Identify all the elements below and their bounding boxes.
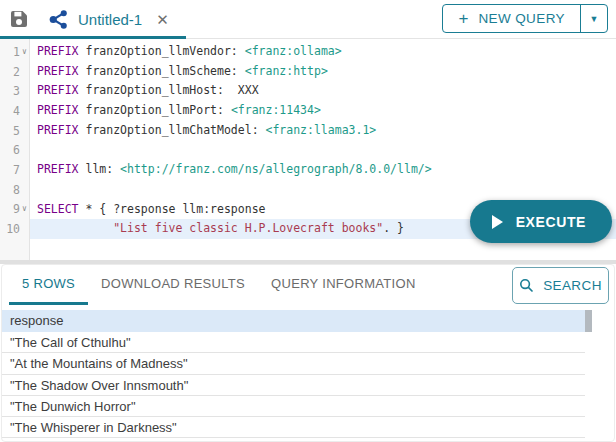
column-header-response: response [2, 310, 592, 332]
code-line [37, 140, 616, 160]
table-row: "At the Mountains of Madness" [2, 353, 585, 374]
line-number: 10 [0, 222, 20, 236]
results-tab-5-rows[interactable]: 5 ROWS [9, 265, 88, 305]
new-query-main[interactable]: + NEW QUERY [443, 5, 580, 32]
gutter: 1∨23456789∨10 [0, 39, 30, 260]
code-line: PREFIX franzOption_llmPort: <franz:11434… [37, 101, 616, 121]
new-query-button[interactable]: + NEW QUERY ▼ [442, 4, 608, 33]
search-icon [519, 278, 534, 293]
line-number: 5 [0, 124, 20, 138]
tab-untitled-1[interactable]: Untitled-1 ✕ [44, 0, 173, 38]
fold-arrow-icon[interactable]: ∨ [20, 205, 29, 213]
new-query-label: NEW QUERY [478, 11, 565, 26]
scrollbar-thumb[interactable] [585, 310, 592, 332]
table-row: "The Whisperer in Darkness" [2, 417, 585, 438]
code-line: PREFIX franzOption_llmVendor: <franz:oll… [37, 42, 616, 62]
play-icon [492, 215, 503, 229]
results-tab-download-results[interactable]: DOWNLOAD RESULTS [88, 265, 258, 305]
execute-label: EXECUTE [516, 214, 586, 230]
code-line: PREFIX franzOption_llmScheme: <franz:htt… [37, 62, 616, 82]
search-label: SEARCH [543, 278, 602, 293]
code-line: PREFIX llm: <http://franz.com/ns/allegro… [37, 160, 616, 180]
line-number: 1 [0, 45, 20, 59]
tab-title: Untitled-1 [78, 11, 142, 28]
save-icon[interactable] [9, 9, 29, 29]
new-query-dropdown[interactable]: ▼ [580, 5, 607, 32]
code-line [37, 180, 616, 200]
results-table: response "The Call of Cthulhu""At the Mo… [2, 310, 592, 438]
results-panel: 5 ROWSDOWNLOAD RESULTSQUERY INFORMATION … [1, 264, 615, 442]
line-number: 8 [0, 183, 20, 197]
line-number: 7 [0, 163, 20, 177]
search-button[interactable]: SEARCH [512, 267, 609, 304]
table-row: "The Shadow Over Innsmouth" [2, 375, 585, 396]
close-icon[interactable]: ✕ [156, 12, 169, 27]
plus-icon: + [458, 10, 468, 27]
execute-button[interactable]: EXECUTE [470, 200, 612, 243]
results-table-body: "The Call of Cthulhu""At the Mountains o… [2, 332, 592, 438]
graph-icon [48, 9, 69, 30]
line-number: 2 [0, 65, 20, 79]
tab-bar: Untitled-1 ✕ + NEW QUERY ▼ [0, 0, 616, 39]
line-number: 3 [0, 84, 20, 98]
fold-arrow-icon[interactable]: ∨ [20, 48, 29, 56]
code-line: PREFIX franzOption_llmHost: XXX [37, 81, 616, 101]
table-row: "The Call of Cthulhu" [2, 332, 585, 353]
caret-down-icon: ▼ [590, 14, 599, 24]
code-line: PREFIX franzOption_llmChatModel: <franz:… [37, 121, 616, 141]
line-number: 9 [0, 202, 20, 216]
line-number: 4 [0, 104, 20, 118]
results-tab-query-information[interactable]: QUERY INFORMATION [258, 265, 429, 305]
table-row: "The Dunwich Horror" [2, 396, 585, 417]
line-number: 6 [0, 143, 20, 157]
